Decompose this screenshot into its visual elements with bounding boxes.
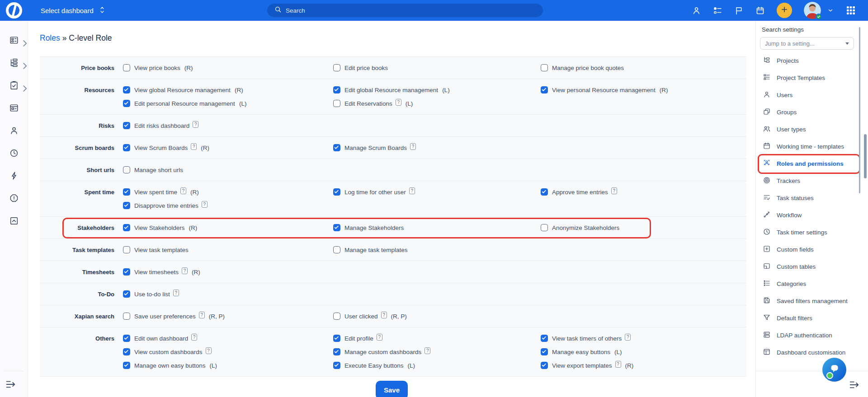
permission-checkbox[interactable] bbox=[541, 362, 548, 369]
settings-item-categories[interactable]: Categories bbox=[762, 276, 862, 293]
permission-checkbox[interactable] bbox=[541, 86, 548, 93]
settings-item-users[interactable]: Users bbox=[762, 87, 862, 104]
permission-checkbox[interactable] bbox=[541, 188, 548, 196]
help-icon[interactable]: ? bbox=[191, 334, 197, 341]
apps-grid-icon[interactable] bbox=[845, 5, 856, 16]
help-icon[interactable]: ? bbox=[625, 334, 631, 341]
permission-checkbox[interactable] bbox=[333, 335, 340, 342]
rail-item-bolt[interactable] bbox=[0, 165, 28, 188]
help-icon[interactable]: ? bbox=[173, 290, 179, 296]
help-icon[interactable]: ? bbox=[396, 99, 401, 106]
help-icon[interactable]: ? bbox=[425, 347, 430, 354]
chevron-right-icon[interactable] bbox=[20, 38, 25, 44]
permission-checkbox[interactable] bbox=[123, 290, 130, 298]
settings-item-custom-tables[interactable]: Custom tables bbox=[762, 258, 862, 276]
permission-checkbox[interactable] bbox=[123, 144, 130, 151]
permission-checkbox[interactable] bbox=[541, 335, 548, 342]
help-icon[interactable]: ? bbox=[180, 187, 186, 194]
rail-item-alert-octagon[interactable] bbox=[0, 188, 28, 210]
chevron-right-icon[interactable] bbox=[20, 84, 25, 89]
settings-item-roles-and-permissions[interactable]: Roles and permissions bbox=[762, 155, 862, 173]
global-search[interactable] bbox=[267, 4, 543, 17]
permission-checkbox[interactable] bbox=[123, 86, 130, 93]
settings-item-ldap-authentication[interactable]: LDAP authentication bbox=[762, 327, 862, 344]
app-logo[interactable] bbox=[0, 2, 28, 19]
chevron-down-icon[interactable] bbox=[827, 7, 834, 14]
user-icon[interactable] bbox=[692, 6, 701, 15]
permission-checkbox[interactable] bbox=[123, 313, 130, 320]
permission-checkbox[interactable] bbox=[123, 246, 130, 253]
settings-item-project-templates[interactable]: Project Templates bbox=[762, 70, 862, 87]
jump-to-setting-select[interactable]: Jump to a setting... bbox=[760, 37, 854, 50]
permission-checkbox[interactable] bbox=[541, 64, 548, 71]
permission-checkbox[interactable] bbox=[333, 86, 340, 93]
permission-checkbox[interactable] bbox=[333, 246, 340, 253]
rail-item-clock[interactable] bbox=[0, 143, 28, 165]
help-icon[interactable]: ? bbox=[182, 267, 188, 274]
settings-item-saved-filters-management[interactable]: Saved filters management bbox=[762, 293, 862, 310]
settings-item-dashboard-customisation[interactable]: Dashboard customisation bbox=[762, 344, 862, 361]
permission-checkbox[interactable] bbox=[123, 224, 130, 231]
settings-item-working-time-templates[interactable]: Working time - templates bbox=[762, 138, 862, 155]
permission-checkbox[interactable] bbox=[333, 100, 340, 107]
help-icon[interactable]: ? bbox=[410, 143, 416, 150]
permission-checkbox[interactable] bbox=[123, 122, 130, 129]
permission-checkbox[interactable] bbox=[123, 64, 130, 71]
permission-checkbox[interactable] bbox=[333, 188, 340, 196]
settings-item-user-types[interactable]: User types bbox=[762, 121, 862, 138]
chevron-right-icon[interactable] bbox=[20, 61, 25, 66]
permission-checkbox[interactable] bbox=[333, 362, 340, 369]
chat-widget-button[interactable] bbox=[822, 358, 846, 382]
help-icon[interactable]: ? bbox=[409, 187, 415, 194]
rail-item-box-up[interactable] bbox=[0, 210, 28, 233]
help-icon[interactable]: ? bbox=[199, 312, 205, 318]
search-input[interactable] bbox=[286, 7, 521, 14]
settings-item-default-filters[interactable]: Default filters bbox=[762, 310, 862, 327]
permission-checkbox[interactable] bbox=[333, 144, 340, 151]
help-icon[interactable]: ? bbox=[377, 334, 382, 341]
permission-checkbox[interactable] bbox=[123, 268, 130, 276]
help-icon[interactable]: ? bbox=[615, 361, 621, 368]
permission-checkbox[interactable] bbox=[333, 313, 340, 320]
save-button[interactable]: Save bbox=[376, 381, 408, 397]
settings-item-projects[interactable]: Projects bbox=[762, 52, 862, 70]
permission-checkbox[interactable] bbox=[123, 100, 130, 107]
select-dashboard-button[interactable]: Select dashboard bbox=[41, 6, 106, 15]
help-icon[interactable]: ? bbox=[193, 121, 198, 128]
rail-item-window[interactable] bbox=[0, 98, 28, 120]
swap-vertical-icon[interactable] bbox=[98, 6, 106, 15]
settings-item-task-timer-settings[interactable]: Task timer settings bbox=[762, 224, 862, 241]
collapse-settings-icon[interactable] bbox=[848, 378, 861, 391]
permission-checkbox[interactable] bbox=[123, 348, 130, 355]
add-new-button[interactable] bbox=[777, 3, 792, 18]
help-icon[interactable]: ? bbox=[611, 187, 617, 194]
settings-item-custom-fields[interactable]: Custom fields bbox=[762, 241, 862, 258]
settings-item-workflow[interactable]: Workflow bbox=[762, 207, 862, 224]
permission-checkbox[interactable] bbox=[541, 348, 548, 355]
permission-checkbox[interactable] bbox=[123, 335, 130, 342]
rail-item-dashboard[interactable] bbox=[0, 30, 28, 52]
permission-checkbox[interactable] bbox=[333, 224, 340, 231]
permission-checkbox[interactable] bbox=[123, 188, 130, 196]
permission-checkbox[interactable] bbox=[123, 166, 130, 173]
help-icon[interactable]: ? bbox=[381, 312, 387, 318]
permission-checkbox[interactable] bbox=[123, 202, 130, 209]
permission-checkbox[interactable] bbox=[541, 224, 548, 231]
checklist-icon[interactable] bbox=[713, 6, 722, 15]
permission-checkbox[interactable] bbox=[123, 362, 130, 369]
help-icon[interactable]: ? bbox=[202, 201, 208, 208]
settings-item-trackers[interactable]: Trackers bbox=[762, 173, 862, 190]
flag-icon[interactable] bbox=[734, 6, 744, 15]
settings-item-task-statuses[interactable]: Task statuses bbox=[762, 190, 862, 207]
settings-scrollbar[interactable] bbox=[859, 27, 860, 193]
user-avatar[interactable] bbox=[804, 2, 821, 19]
settings-item-groups[interactable]: Groups bbox=[762, 104, 862, 121]
expand-sidebar-icon[interactable] bbox=[5, 378, 17, 391]
rail-item-clipboard-check[interactable] bbox=[0, 75, 28, 98]
permission-checkbox[interactable] bbox=[333, 64, 340, 71]
help-icon[interactable]: ? bbox=[206, 347, 212, 354]
calendar-icon[interactable] bbox=[755, 6, 765, 15]
rail-item-project-tree[interactable] bbox=[0, 52, 28, 75]
permission-checkbox[interactable] bbox=[333, 348, 340, 355]
rail-item-person[interactable] bbox=[0, 120, 28, 143]
